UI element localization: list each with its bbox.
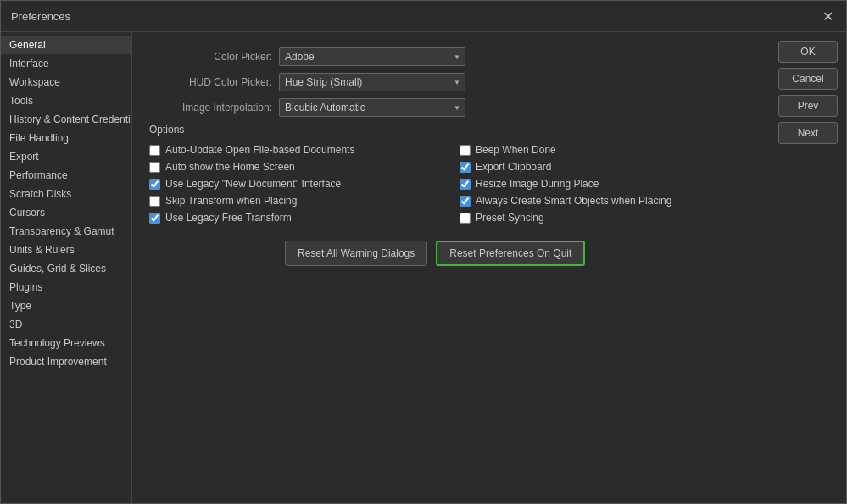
image-interpolation-select[interactable]: Bicubic Automatic Nearest Neighbor Bilin… [279,98,465,117]
sidebar-item-tools[interactable]: Tools [1,91,131,110]
checkbox-auto-update: Auto-Update Open File-based Documents [149,144,443,156]
window-title: Preferences [11,10,70,23]
checkbox-resize-image: Resize Image During Place [460,178,753,190]
sidebar-item-guides[interactable]: Guides, Grid & Slices [1,259,131,278]
auto-home-label[interactable]: Auto show the Home Screen [165,161,295,173]
checkbox-legacy-new-doc: Use Legacy "New Document" Interface [149,178,443,190]
sidebar-item-history[interactable]: History & Content Credentials [1,110,131,129]
color-picker-select-wrapper: Adobe Windows macOS [279,47,465,66]
sidebar-item-export[interactable]: Export [1,147,131,166]
smart-objects-label[interactable]: Always Create Smart Objects when Placing [476,195,671,207]
auto-home-checkbox[interactable] [149,162,160,173]
auto-update-checkbox[interactable] [149,145,160,156]
beep-label[interactable]: Beep When Done [476,144,556,156]
beep-checkbox[interactable] [460,145,471,156]
hud-color-picker-row: HUD Color Picker: Hue Strip (Small) Hue … [149,73,753,91]
bottom-buttons: Reset All Warning Dialogs Reset Preferen… [149,241,753,266]
color-picker-row: Color Picker: Adobe Windows macOS [149,47,753,66]
checkbox-auto-home: Auto show the Home Screen [149,161,443,173]
sidebar-item-3d[interactable]: 3D [1,315,131,334]
sidebar-item-file-handling[interactable]: File Handling [1,129,131,147]
preset-syncing-checkbox[interactable] [460,213,471,224]
sidebar-item-tech-previews[interactable]: Technology Previews [1,334,131,352]
sidebar: GeneralInterfaceWorkspaceToolsHistory & … [1,32,132,503]
sidebar-item-interface[interactable]: Interface [1,54,131,73]
checkbox-skip-transform: Skip Transform when Placing [149,195,443,207]
close-button[interactable]: ✕ [819,8,836,25]
skip-transform-label[interactable]: Skip Transform when Placing [165,195,297,207]
sidebar-item-plugins[interactable]: Plugins [1,278,131,296]
right-buttons: OK Cancel Prev Next [770,32,846,503]
sidebar-item-general[interactable]: General [1,36,131,54]
preferences-window: Preferences ✕ GeneralInterfaceWorkspaceT… [0,0,847,504]
export-clipboard-checkbox[interactable] [460,162,471,173]
skip-transform-checkbox[interactable] [149,196,160,207]
sidebar-item-performance[interactable]: Performance [1,166,131,185]
sidebar-item-workspace[interactable]: Workspace [1,73,131,91]
prev-button[interactable]: Prev [778,95,838,117]
color-picker-label: Color Picker: [149,51,272,63]
color-picker-select[interactable]: Adobe Windows macOS [279,47,465,66]
checkbox-beep: Beep When Done [460,144,753,156]
auto-update-label[interactable]: Auto-Update Open File-based Documents [165,144,354,156]
image-interpolation-row: Image Interpolation: Bicubic Automatic N… [149,98,753,117]
checkbox-export-clipboard: Export Clipboard [460,161,753,173]
next-button[interactable]: Next [778,122,838,144]
sidebar-item-product[interactable]: Product Improvement [1,352,131,371]
preset-syncing-label[interactable]: Preset Syncing [476,212,544,224]
sidebar-item-scratch-disks[interactable]: Scratch Disks [1,185,131,203]
sidebar-item-units[interactable]: Units & Rulers [1,241,131,259]
export-clipboard-label[interactable]: Export Clipboard [476,161,551,173]
image-interpolation-select-wrapper: Bicubic Automatic Nearest Neighbor Bilin… [279,98,465,117]
sidebar-item-cursors[interactable]: Cursors [1,203,131,222]
ok-button[interactable]: OK [778,41,838,63]
options-grid: Auto-Update Open File-based Documents Be… [149,144,753,224]
sidebar-item-transparency[interactable]: Transparency & Gamut [1,222,131,241]
main-content: Color Picker: Adobe Windows macOS HUD Co… [132,32,770,503]
window-body: GeneralInterfaceWorkspaceToolsHistory & … [1,32,846,503]
checkbox-legacy-free-transform: Use Legacy Free Transform [149,212,443,224]
checkbox-preset-syncing: Preset Syncing [460,212,753,224]
resize-image-label[interactable]: Resize Image During Place [476,178,599,190]
resize-image-checkbox[interactable] [460,179,471,190]
reset-warnings-button[interactable]: Reset All Warning Dialogs [285,241,427,266]
hud-color-picker-select[interactable]: Hue Strip (Small) Hue Strip (Medium) Hue… [279,73,465,91]
image-interpolation-label: Image Interpolation: [149,102,272,114]
sidebar-item-type[interactable]: Type [1,296,131,315]
reset-preferences-button[interactable]: Reset Preferences On Quit [436,241,585,266]
hud-color-picker-label: HUD Color Picker: [149,76,272,88]
legacy-free-transform-label[interactable]: Use Legacy Free Transform [165,212,292,224]
legacy-new-doc-checkbox[interactable] [149,179,160,190]
legacy-free-transform-checkbox[interactable] [149,213,160,224]
checkbox-smart-objects: Always Create Smart Objects when Placing [460,195,753,207]
options-label: Options [149,124,753,136]
title-bar: Preferences ✕ [1,1,846,32]
hud-color-picker-select-wrapper: Hue Strip (Small) Hue Strip (Medium) Hue… [279,73,465,91]
legacy-new-doc-label[interactable]: Use Legacy "New Document" Interface [165,178,341,190]
smart-objects-checkbox[interactable] [460,196,471,207]
cancel-button[interactable]: Cancel [778,68,838,90]
